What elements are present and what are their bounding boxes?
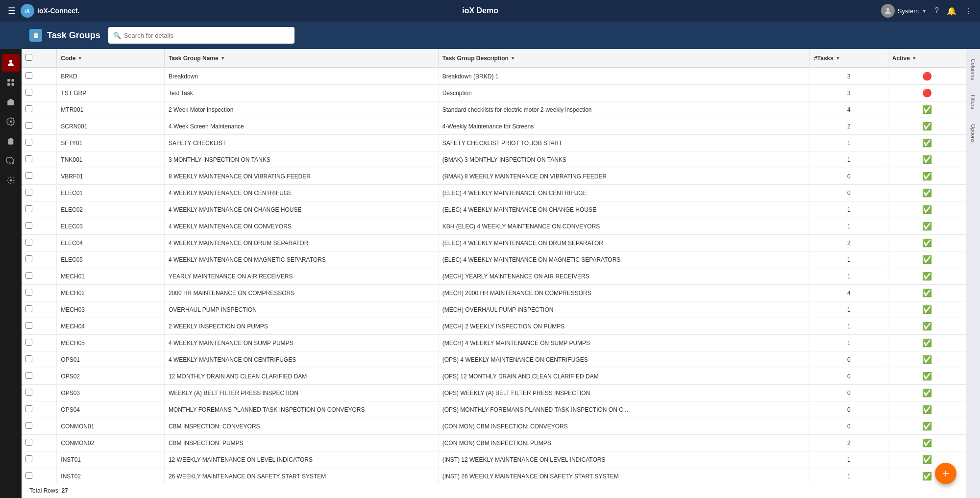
row-checkbox[interactable] xyxy=(25,439,32,446)
main-area: Code ▼ Task Group Name ▼ Task Group Desc… xyxy=(0,49,980,498)
th-code: Code ▼ xyxy=(57,49,165,68)
row-code: ELEC05 xyxy=(57,251,165,268)
row-checkbox[interactable] xyxy=(25,72,32,79)
sidebar-item-settings2[interactable] xyxy=(2,172,20,189)
row-checkbox[interactable] xyxy=(25,105,32,112)
row-code: MECH03 xyxy=(57,301,165,318)
row-code: OPS04 xyxy=(57,401,165,418)
row-checkbox[interactable] xyxy=(25,139,32,146)
row-tasks: 1 xyxy=(810,135,888,151)
row-description: (MECH) YEARLY MAINTENANCE ON AIR RECEIVE… xyxy=(438,268,809,285)
active-check-icon: ✅ xyxy=(922,255,932,264)
help-icon[interactable]: ? xyxy=(934,6,939,15)
row-description: SAFETY CHECKLIST PRIOT TO JOB START xyxy=(438,135,809,151)
row-checkbox[interactable] xyxy=(25,405,32,412)
row-checkbox[interactable] xyxy=(25,89,32,96)
row-name: 26 WEEKLY MAINTENANCE ON SAFETY START SY… xyxy=(164,468,438,485)
total-label: Total Rows: xyxy=(29,487,60,494)
row-active: ✅ xyxy=(888,201,966,218)
row-name: 2 WEEKLY INSPECTION ON PUMPS xyxy=(164,318,438,335)
row-checkbox[interactable] xyxy=(25,372,32,379)
row-checkbox-cell xyxy=(22,85,57,101)
row-checkbox-cell xyxy=(22,418,57,435)
filters-panel-label[interactable]: Filters xyxy=(970,95,976,109)
row-code: MECH04 xyxy=(57,318,165,335)
row-checkbox[interactable] xyxy=(25,455,32,462)
row-tasks: 1 xyxy=(810,335,888,351)
row-tasks: 0 xyxy=(810,368,888,385)
sidebar-item-assets[interactable] xyxy=(2,93,20,111)
row-tasks: 4 xyxy=(810,285,888,301)
row-name: 4 WEEKLY MAINTENANCE ON MAGNETIC SEPARAT… xyxy=(164,251,438,268)
row-checkbox[interactable] xyxy=(25,122,32,129)
right-panel: Columns Filters Options xyxy=(966,49,980,498)
row-checkbox[interactable] xyxy=(25,322,32,329)
row-active: ✅ xyxy=(888,251,966,268)
active-check-icon: ✅ xyxy=(922,189,932,197)
table-row: OPS02 12 MONTHLY DRAIN AND CLEAN CLARIFI… xyxy=(22,368,966,385)
row-checkbox-cell xyxy=(22,401,57,418)
row-checkbox-cell xyxy=(22,268,57,285)
row-checkbox[interactable] xyxy=(25,222,32,229)
row-checkbox[interactable] xyxy=(25,172,32,179)
sidebar-item-settings1[interactable] xyxy=(2,113,20,130)
row-checkbox[interactable] xyxy=(25,272,32,279)
active-check-icon: ✅ xyxy=(922,405,932,414)
sidebar-item-tasks[interactable] xyxy=(2,132,20,150)
table-row: SFTY01 SAFETY CHECKLIST SAFETY CHECKLIST… xyxy=(22,135,966,151)
table-row: TNK001 3 MONTHLY INSPECTION ON TANKS (BM… xyxy=(22,151,966,168)
select-all-checkbox[interactable] xyxy=(25,54,32,61)
options-panel-label[interactable]: Options xyxy=(970,124,976,143)
row-name: CBM INSPECTION: PUMPS xyxy=(164,435,438,451)
row-checkbox-cell xyxy=(22,101,57,118)
row-checkbox[interactable] xyxy=(25,389,32,396)
row-checkbox[interactable] xyxy=(25,255,32,262)
menu-icon[interactable]: ⋮ xyxy=(964,6,972,16)
row-name: 4 WEEKLY MAINTENANCE ON CENTRIFUGES xyxy=(164,351,438,368)
table-row: ELEC04 4 WEEKLY MAINTENANCE ON DRUM SEPA… xyxy=(22,235,966,251)
row-active: ✅ xyxy=(888,185,966,201)
row-checkbox[interactable] xyxy=(25,155,32,162)
sidebar-item-profile[interactable] xyxy=(2,54,20,72)
table-row: VBRF01 8 WEEKLY MAINTENANCE ON VIBRATING… xyxy=(22,168,966,185)
row-tasks: 0 xyxy=(810,351,888,368)
row-tasks: 1 xyxy=(810,218,888,235)
active-check-icon: ✅ xyxy=(922,272,932,280)
row-checkbox[interactable] xyxy=(25,205,32,212)
row-active: ✅ xyxy=(888,385,966,401)
active-check-icon: ✅ xyxy=(922,205,932,214)
row-checkbox[interactable] xyxy=(25,422,32,429)
row-checkbox[interactable] xyxy=(25,339,32,346)
row-checkbox[interactable] xyxy=(25,239,32,246)
row-code: INST01 xyxy=(57,451,165,468)
desc-filter-icon[interactable]: ▼ xyxy=(511,55,515,61)
row-checkbox[interactable] xyxy=(25,289,32,296)
row-description: (OPS) WEEKLY (A) BELT FILTER PRESS INSPE… xyxy=(438,385,809,401)
tasks-filter-icon[interactable]: ▼ xyxy=(835,55,840,61)
row-name: 3 MONTHLY INSPECTION ON TANKS xyxy=(164,151,438,168)
name-filter-icon[interactable]: ▼ xyxy=(220,55,225,61)
active-check-icon: ✅ xyxy=(922,439,932,447)
active-filter-icon[interactable]: ▼ xyxy=(912,55,917,61)
row-checkbox[interactable] xyxy=(25,355,32,362)
table-row: ELEC03 4 WEEKLY MAINTENANCE ON CONVEYORS… xyxy=(22,218,966,235)
row-code: OPS02 xyxy=(57,368,165,385)
hamburger-icon[interactable]: ☰ xyxy=(8,5,16,16)
row-checkbox[interactable] xyxy=(25,472,32,479)
code-filter-icon[interactable]: ▼ xyxy=(77,55,82,61)
sidebar-item-vehicles[interactable] xyxy=(2,152,20,170)
row-checkbox-cell xyxy=(22,351,57,368)
user-area[interactable]: System ▼ xyxy=(881,4,927,18)
row-tasks: 1 xyxy=(810,268,888,285)
add-fab-button[interactable]: + xyxy=(935,463,956,484)
notification-icon[interactable]: 🔔 xyxy=(947,6,956,16)
columns-panel-label[interactable]: Columns xyxy=(970,59,976,80)
active-check-icon: ✅ xyxy=(922,355,932,364)
sidebar-item-dashboard[interactable] xyxy=(2,74,20,91)
row-checkbox-cell xyxy=(22,301,57,318)
row-checkbox[interactable] xyxy=(25,189,32,196)
row-checkbox-cell xyxy=(22,368,57,385)
row-checkbox[interactable] xyxy=(25,305,32,312)
table-body: BRKD Breakdown Breakdown (BRKD) 1 3 🔴 TS… xyxy=(22,68,966,498)
search-input[interactable] xyxy=(108,27,294,44)
